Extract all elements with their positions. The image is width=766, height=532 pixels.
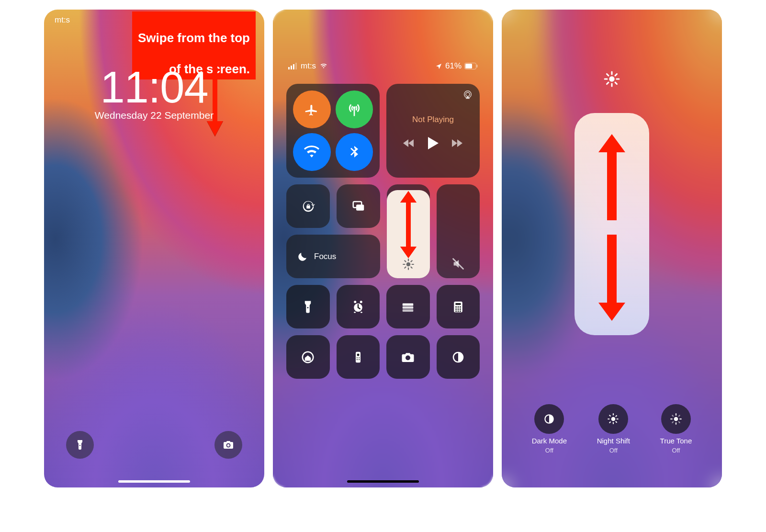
- cc-status-bar: mt:s 61%: [273, 61, 493, 71]
- svg-line-24: [405, 260, 406, 261]
- screen-mirroring-icon: [351, 199, 366, 214]
- home-tile[interactable]: [286, 335, 330, 379]
- drag-up-arrow-icon: [598, 134, 625, 222]
- svg-point-51: [357, 357, 358, 358]
- svg-line-76: [616, 415, 617, 416]
- focus-label: Focus: [314, 252, 336, 261]
- home-icon: [301, 350, 315, 364]
- camera-button[interactable]: [214, 431, 242, 459]
- orientation-lock-button[interactable]: [286, 184, 330, 228]
- wifi-icon: [304, 145, 319, 160]
- svg-point-47: [460, 310, 461, 312]
- wifi-button[interactable]: [293, 133, 331, 171]
- svg-rect-14: [356, 204, 364, 211]
- true-tone-option[interactable]: True Tone Off: [660, 404, 692, 454]
- svg-line-26: [405, 267, 406, 268]
- orientation-lock-icon: [301, 199, 315, 214]
- airplane-icon: [304, 102, 319, 117]
- rewind-button[interactable]: [403, 138, 415, 148]
- home-indicator[interactable]: [118, 480, 190, 483]
- dark-mode-option[interactable]: Dark Mode Off: [532, 404, 567, 454]
- camera-tile[interactable]: [386, 335, 430, 379]
- brightness-slider[interactable]: [387, 184, 430, 278]
- svg-rect-34: [403, 303, 414, 306]
- dark-mode-tile[interactable]: [437, 335, 480, 379]
- bluetooth-button[interactable]: [336, 133, 373, 171]
- svg-marker-18: [400, 226, 417, 258]
- flashlight-button[interactable]: [66, 431, 94, 459]
- play-button[interactable]: [428, 137, 439, 149]
- svg-rect-4: [293, 64, 294, 69]
- svg-line-84: [672, 422, 673, 423]
- svg-rect-36: [403, 309, 414, 312]
- svg-marker-17: [400, 191, 417, 227]
- battery-icon: [464, 63, 478, 69]
- svg-point-11: [466, 92, 470, 96]
- cellular-signal-icon: [288, 63, 298, 69]
- svg-line-64: [615, 74, 617, 76]
- home-indicator[interactable]: [347, 480, 419, 483]
- focus-button[interactable]: Focus: [286, 235, 380, 278]
- media-tile[interactable]: Not Playing: [386, 84, 480, 178]
- svg-rect-49: [356, 351, 360, 362]
- svg-marker-1: [207, 121, 223, 136]
- connectivity-tile[interactable]: [286, 84, 380, 178]
- svg-point-30: [354, 300, 356, 303]
- airplane-mode-button[interactable]: [293, 91, 331, 128]
- svg-line-75: [610, 421, 611, 422]
- svg-rect-32: [354, 312, 356, 313]
- svg-line-63: [607, 82, 608, 84]
- battery-pct-label: 61%: [445, 61, 462, 71]
- volume-mute-icon: [451, 257, 465, 271]
- dark-mode-icon: [451, 350, 465, 364]
- lock-screen-panel: mt:s Swipe from the top of the screen. 1…: [44, 10, 264, 487]
- lock-date: Wednesday 22 September: [44, 110, 264, 121]
- svg-rect-33: [360, 312, 362, 313]
- camera-icon: [223, 439, 234, 451]
- svg-rect-3: [291, 66, 292, 69]
- carrier-label: mt:s: [55, 15, 70, 25]
- antenna-icon: [347, 102, 362, 117]
- svg-point-53: [357, 359, 358, 360]
- wallet-tile[interactable]: [386, 285, 430, 328]
- now-playing-label: Not Playing: [412, 115, 454, 125]
- lock-time: 11:04: [44, 62, 264, 113]
- svg-line-82: [672, 415, 673, 416]
- svg-point-44: [460, 308, 461, 309]
- svg-rect-7: [465, 64, 472, 68]
- svg-point-45: [455, 310, 457, 312]
- night-shift-option[interactable]: Night Shift Off: [597, 404, 630, 454]
- svg-point-68: [611, 417, 616, 421]
- svg-rect-5: [295, 63, 297, 69]
- svg-point-43: [457, 308, 459, 309]
- wallet-icon: [401, 300, 415, 314]
- brightness-icon: [402, 258, 415, 271]
- svg-point-52: [359, 357, 360, 358]
- calculator-tile[interactable]: [437, 285, 480, 328]
- svg-line-25: [411, 267, 412, 268]
- alarm-tile[interactable]: [337, 285, 380, 328]
- svg-point-56: [609, 76, 614, 81]
- cellular-data-button[interactable]: [336, 91, 373, 128]
- calculator-icon: [451, 300, 465, 314]
- svg-point-41: [460, 306, 461, 307]
- alarm-icon: [351, 300, 365, 314]
- volume-slider[interactable]: [437, 184, 480, 278]
- lock-clock: 11:04 Wednesday 22 September: [44, 62, 264, 121]
- svg-rect-8: [477, 65, 478, 68]
- location-icon: [435, 63, 442, 70]
- flashlight-icon: [301, 300, 315, 314]
- svg-point-9: [353, 106, 355, 109]
- airplay-icon[interactable]: [462, 90, 473, 100]
- control-center-panel: mt:s 61%: [273, 10, 493, 487]
- svg-point-40: [457, 306, 459, 307]
- forward-button[interactable]: [452, 138, 463, 148]
- svg-point-19: [406, 262, 411, 267]
- svg-marker-65: [598, 134, 625, 220]
- apple-tv-remote-tile[interactable]: [337, 335, 380, 379]
- svg-point-31: [360, 300, 362, 303]
- flashlight-tile[interactable]: [286, 285, 330, 328]
- brightness-drag-arrow-icon: [400, 191, 417, 260]
- cc-carrier-label: mt:s: [301, 61, 316, 71]
- screen-mirroring-button[interactable]: [337, 184, 380, 228]
